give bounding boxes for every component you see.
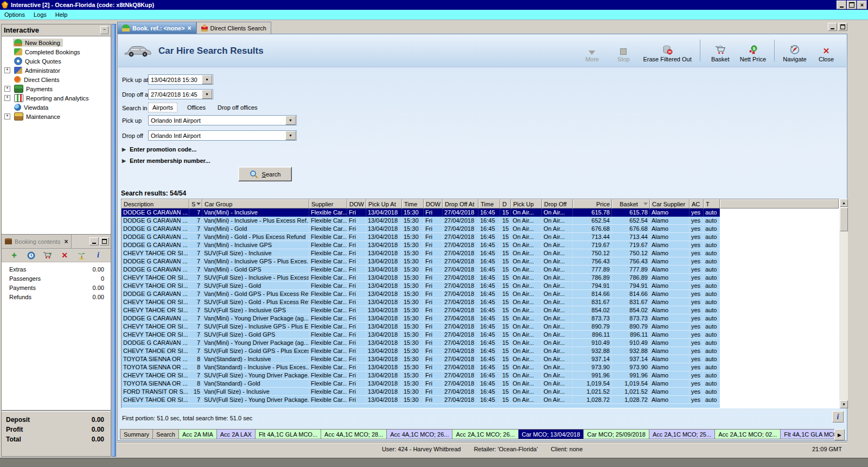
menu-logs[interactable]: Logs: [29, 11, 51, 18]
column-header[interactable]: Pick Up: [511, 199, 542, 209]
membership-number-expander[interactable]: ▶ Enter membership number...: [122, 157, 210, 164]
column-header[interactable]: Drop Off: [542, 199, 573, 209]
table-row[interactable]: CHEVY TAHOE OR SI... 7 SUV(Full Size) - …: [122, 306, 720, 314]
add-to-basket-icon[interactable]: [43, 250, 53, 260]
sidebar-item[interactable]: New Booking: [2, 38, 111, 47]
table-row[interactable]: TOYOTA SIENNA OR ... 8 Van(Standard) - I…: [122, 355, 720, 363]
table-row[interactable]: CHEVY TAHOE OR SI... 7 SUV(Full Size) - …: [122, 274, 720, 282]
dropdown-icon[interactable]: ▼: [202, 75, 212, 84]
info-button[interactable]: i: [832, 411, 844, 422]
sidebar-item[interactable]: Direct Clients: [2, 75, 111, 84]
scroll-down-icon[interactable]: ▼: [840, 400, 848, 408]
table-row[interactable]: DODGE G CARAVAN ... 7 Van(Mini) - Inclus…: [122, 217, 720, 225]
table-row[interactable]: DODGE G CARAVAN ... 7 Van(Mini) - Young …: [122, 314, 720, 323]
table-row[interactable]: DODGE G CARAVAN ... 7 Van(Mini) - Gold F…: [122, 225, 720, 233]
column-header[interactable]: Drop Off At: [443, 199, 478, 209]
column-header[interactable]: Pick Up At: [366, 199, 402, 209]
session-tab[interactable]: Summary: [120, 429, 153, 439]
column-header[interactable]: Time: [402, 199, 424, 209]
sidebar-item[interactable]: + Reporting and Analytics: [2, 93, 111, 103]
column-header[interactable]: DOW: [424, 199, 443, 209]
search-in-dropoff-offices[interactable]: Drop off offices: [215, 103, 260, 112]
session-tab[interactable]: Acc 2A MIA: [179, 429, 217, 439]
tab-close-icon[interactable]: ×: [188, 24, 192, 32]
window-close-button[interactable]: ×: [857, 1, 867, 9]
column-header[interactable]: Price: [573, 199, 612, 209]
menu-help[interactable]: Help: [51, 11, 72, 18]
menu-options[interactable]: Options: [0, 11, 29, 18]
session-tab[interactable]: Car MCO; 25/09/2018: [584, 429, 649, 439]
sidebar-item[interactable]: Quick Quotes: [2, 56, 111, 66]
table-row-partial[interactable]: [122, 404, 720, 408]
session-tab[interactable]: Acc 4A,1C MCO; 26...: [387, 429, 452, 439]
column-header[interactable]: Time: [478, 199, 500, 209]
column-header[interactable]: S: [189, 199, 202, 209]
tab-booking-ref[interactable]: Book. ref.: <none> ×: [117, 22, 196, 34]
table-row[interactable]: DODGE G CARAVAN ... 7 Van(Mini) - Gold G…: [122, 266, 720, 274]
window-minimize-button[interactable]: [837, 1, 846, 9]
dropdown-icon[interactable]: ▼: [202, 90, 212, 99]
column-header[interactable]: T: [704, 199, 720, 209]
mdi-restore-button[interactable]: [838, 23, 847, 31]
table-row[interactable]: DODGE G CARAVAN ... 7 Van(Mini) - Inclus…: [122, 209, 720, 217]
search-button[interactable]: Search: [238, 167, 292, 181]
tree-expand-icon[interactable]: +: [4, 86, 10, 92]
column-header[interactable]: Car Supplier: [650, 199, 690, 209]
table-row[interactable]: CHEVY TAHOE OR SI... 7 SUV(Full Size) - …: [122, 323, 720, 331]
pickup-combo[interactable]: Orlando Intl Airport ▼: [148, 115, 297, 125]
mdi-minimize-button[interactable]: [828, 23, 837, 31]
column-header[interactable]: D: [500, 199, 511, 209]
table-row[interactable]: DODGE G CARAVAN ... 7 Van(Mini) - Gold -…: [122, 233, 720, 241]
basket-button[interactable]: Basket: [706, 39, 735, 64]
promotion-code-expander[interactable]: ▶ Enter promotion code...: [122, 146, 196, 153]
navigate-button[interactable]: Navigate: [780, 39, 809, 64]
booking-contents-row[interactable]: Refunds 0.00: [2, 292, 111, 301]
column-header-sorted[interactable]: Basket: [612, 199, 650, 209]
dropoff-at-field[interactable]: 27/04/2018 16:45 ▼: [148, 89, 213, 99]
table-row[interactable]: CHEVY TAHOE OR SI... 7 SUV(Full Size) - …: [122, 347, 720, 355]
table-row[interactable]: CHEVY TAHOE OR SI... 7 SUV(Full Size) - …: [122, 331, 720, 339]
table-row[interactable]: DODGE G CARAVAN ... 7 Van(Mini) - Young …: [122, 339, 720, 347]
tree-expand-icon[interactable]: +: [4, 113, 10, 119]
column-header[interactable]: Car Group: [202, 199, 309, 209]
table-row[interactable]: CHEVY TAHOE OR SI... 7 SUV(Full Size) - …: [122, 282, 720, 290]
table-row[interactable]: TOYOTA SIENNA OR ... 8 Van(Standard) - G…: [122, 380, 720, 388]
tree-expand-icon[interactable]: +: [4, 95, 10, 101]
tab-direct-clients-search[interactable]: Direct Clients Search: [196, 22, 271, 34]
session-tab[interactable]: Acc 2A,1C MCO; 25...: [649, 429, 715, 439]
column-header[interactable]: AC: [690, 199, 704, 209]
nett-price-button[interactable]: $ Nett Price: [737, 39, 769, 64]
session-tab[interactable]: Flt 4A,1C GLA MCO...: [781, 429, 835, 439]
table-row[interactable]: TOYOTA SIENNA OR ... 8 Van(Standard) - I…: [122, 363, 720, 371]
session-tab[interactable]: Acc 2A LAX: [217, 429, 256, 439]
table-row[interactable]: DODGE G CARAVAN ... 7 Van(Mini) - Inclus…: [122, 241, 720, 249]
dropdown-icon[interactable]: ▼: [285, 116, 296, 125]
search-in-airports[interactable]: Airports: [148, 103, 177, 112]
erase-filtered-out-button[interactable]: Erase Filtered Out: [640, 39, 694, 64]
quick-quote-icon[interactable]: [26, 250, 36, 260]
info-icon[interactable]: i: [93, 250, 103, 260]
delete-icon[interactable]: ✕: [60, 250, 69, 260]
booking-contents-tab[interactable]: Booking contents ×: [2, 235, 72, 248]
session-tab[interactable]: Car MCO; 13/04/2018: [519, 429, 584, 439]
scroll-up-icon[interactable]: ▲: [840, 199, 848, 207]
pickup-at-field[interactable]: 13/04/2018 15:30 ▼: [148, 74, 213, 85]
table-scrollbar[interactable]: ▲ ▼: [840, 199, 848, 408]
collapse-panel-button[interactable]: −: [100, 26, 108, 34]
column-header[interactable]: DOW: [347, 199, 366, 209]
session-tab[interactable]: Search: [153, 429, 179, 439]
close-view-button[interactable]: ✕ Close: [812, 39, 841, 64]
sidebar-item[interactable]: Completed Bookings: [2, 47, 111, 56]
session-tab[interactable]: Acc 4A,1C MCO; 28...: [321, 429, 387, 439]
booking-contents-row[interactable]: Payments 0.00: [2, 283, 111, 292]
table-row[interactable]: FORD TRANSIT OR S... 15 Van(Full Size) -…: [122, 388, 720, 396]
new-booking-icon[interactable]: [76, 250, 86, 260]
table-row[interactable]: CHEVY TAHOE OR SI... 7 SUV(Full Size) - …: [122, 249, 720, 257]
dropdown-icon[interactable]: ▼: [285, 131, 296, 140]
table-row[interactable]: CHEVY TAHOE OR SI... 7 SUV(Full Size) - …: [122, 298, 720, 306]
table-row[interactable]: CHEVY TAHOE OR SI... 7 SUV(Full Size) - …: [122, 371, 720, 380]
tree-expand-icon[interactable]: +: [4, 67, 10, 73]
session-tab[interactable]: Acc 2A,1C MCO; 02...: [715, 429, 781, 439]
session-tab[interactable]: Acc 2A,1C MCO; 26...: [452, 429, 518, 439]
panel-restore-button[interactable]: [100, 237, 109, 245]
